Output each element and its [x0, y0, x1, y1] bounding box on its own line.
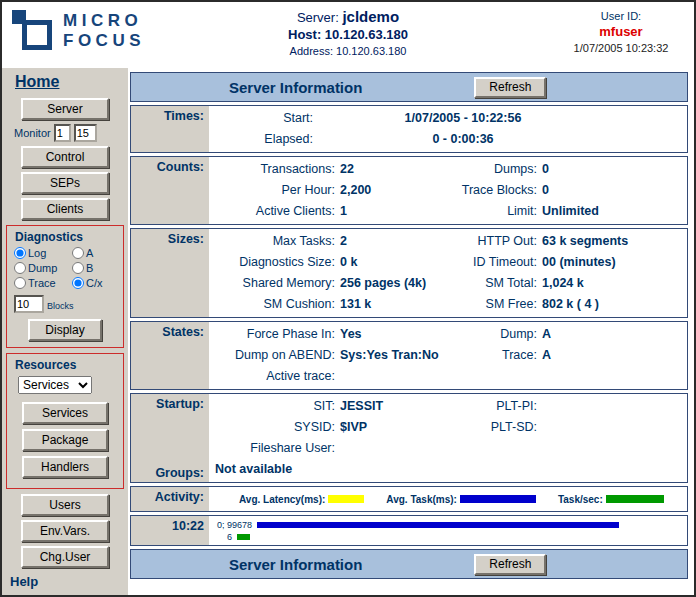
- blocks-input[interactable]: [14, 295, 44, 313]
- refresh-button-bottom[interactable]: Refresh: [474, 554, 546, 575]
- field-value: 256 pages (4k): [335, 273, 445, 294]
- field-value: 00 (minutes): [537, 252, 687, 273]
- field-value: 131 k: [335, 294, 445, 315]
- seps-button[interactable]: SEPs: [21, 172, 109, 194]
- cx-radio-option[interactable]: C/x: [72, 277, 118, 289]
- dump-radio-option[interactable]: Dump: [14, 262, 72, 274]
- startup-section-label: Startup:: [156, 397, 204, 411]
- trace-radio-option[interactable]: Trace: [14, 277, 72, 289]
- field-value: $IVP: [335, 417, 445, 438]
- field-value: 2,200: [335, 180, 445, 201]
- resources-select[interactable]: Services: [18, 376, 92, 394]
- a-radio[interactable]: [72, 247, 84, 259]
- log-radio-option[interactable]: Log: [14, 247, 72, 259]
- data-row: SIT: JESSIT PLT-PI:: [209, 396, 687, 417]
- field-value: 0: [537, 180, 687, 201]
- user-info: User ID: mfuser 1/07/2005 10:23:32: [556, 10, 686, 54]
- field-value: 63 k segments: [537, 231, 687, 252]
- graph-time-label: 10:22: [131, 516, 209, 545]
- field-value: 0 k: [335, 252, 445, 273]
- field-label: Fileshare User:: [209, 438, 335, 459]
- logo-text: MICRO FOCUS: [63, 10, 145, 51]
- field-value: 2: [335, 231, 445, 252]
- clients-button[interactable]: Clients: [21, 198, 109, 220]
- task-per-sec-bar: [237, 534, 250, 540]
- field-label: Dump:: [445, 324, 537, 345]
- handlers-button[interactable]: Handlers: [22, 456, 108, 478]
- b-radio-option[interactable]: B: [72, 262, 118, 274]
- field-value: [537, 417, 687, 438]
- chg-user-button[interactable]: Chg.User: [21, 546, 109, 568]
- micro-focus-logo: MICRO FOCUS: [12, 10, 182, 52]
- task-sec-bar-swatch: [606, 495, 664, 503]
- server-identity: Server: jcldemo Host: 10.120.63.180 Addr…: [218, 8, 478, 57]
- field-label: Max Tasks:: [209, 231, 335, 252]
- env-vars-button[interactable]: Env.Vars.: [21, 520, 109, 542]
- host-line: Host: 10.120.63.180: [218, 27, 478, 42]
- diagnostics-panel: Diagnostics Log A Dump: [6, 225, 124, 348]
- package-button[interactable]: Package: [22, 429, 108, 451]
- field-value: Sys:Yes Tran:No: [335, 345, 445, 366]
- field-label: ID Timeout:: [445, 252, 537, 273]
- avg-task-bar-swatch: [460, 495, 536, 503]
- field-label: Shared Memory:: [209, 273, 335, 294]
- diagnostics-title: Diagnostics: [15, 230, 118, 244]
- data-row: Start: 1/07/2005 - 10:22:56: [209, 108, 687, 129]
- users-button[interactable]: Users: [21, 494, 109, 516]
- monitor-value1-input[interactable]: [54, 124, 71, 142]
- control-button[interactable]: Control: [21, 146, 109, 168]
- refresh-button-top[interactable]: Refresh: [474, 77, 546, 98]
- field-label: Diagnostics Size:: [209, 252, 335, 273]
- mf-server-admin-page: MICRO FOCUS Server: jcldemo Host: 10.120…: [0, 0, 696, 597]
- display-button[interactable]: Display: [28, 319, 102, 341]
- field-label: [445, 438, 537, 459]
- b-radio[interactable]: [72, 262, 84, 274]
- monitor-label: Monitor: [14, 127, 51, 139]
- graph-line-task-sec: 6: [217, 531, 687, 543]
- field-value: Yes: [335, 324, 445, 345]
- field-label: SIT:: [209, 396, 335, 417]
- data-row: Not available: [209, 459, 687, 480]
- activity-section-label: Activity:: [131, 487, 209, 511]
- sizes-section: Sizes: Max Tasks: 2 HTTP Out: 63 k segme…: [130, 228, 688, 318]
- graph-values-text: 6: [227, 531, 232, 543]
- monitor-value2-input[interactable]: [74, 124, 97, 142]
- help-label: Help: [10, 574, 128, 589]
- data-row: Active trace:: [209, 366, 687, 387]
- a-radio-option[interactable]: A: [72, 247, 118, 259]
- main-content: Server Information Refresh Times: Start:…: [128, 68, 694, 595]
- data-row: SYSID: $IVP PLT-SD:: [209, 417, 687, 438]
- task-sec-legend-label: Task/sec:: [558, 494, 603, 505]
- field-label: HTTP Out:: [445, 231, 537, 252]
- field-value: [335, 366, 445, 387]
- data-row: Per Hour: 2,200 Trace Blocks: 0: [209, 180, 687, 201]
- field-value: [537, 366, 687, 387]
- field-value: 1/07/2005 - 10:22:56: [313, 108, 613, 129]
- field-label: SYSID:: [209, 417, 335, 438]
- cx-radio[interactable]: [72, 277, 84, 289]
- trace-radio[interactable]: [14, 277, 26, 289]
- services-button[interactable]: Services: [22, 402, 108, 424]
- times-section-label: Times:: [131, 106, 209, 152]
- data-row: Transactions: 22 Dumps: 0: [209, 159, 687, 180]
- server-button[interactable]: Server: [21, 98, 109, 120]
- dump-radio[interactable]: [14, 262, 26, 274]
- field-value: 1,024 k: [537, 273, 687, 294]
- server-info-bottom-bar: Server Information Refresh: [130, 549, 688, 579]
- server-name-line: Server: jcldemo: [218, 8, 478, 25]
- sidebar: Home Server Monitor Control SEPs Clients…: [2, 68, 128, 595]
- log-radio[interactable]: [14, 247, 26, 259]
- menu-link[interactable]: Menu: [10, 593, 40, 595]
- field-label: SM Free:: [445, 294, 537, 315]
- server-info-top-bar: Server Information Refresh: [130, 72, 688, 102]
- section-title: Server Information: [229, 556, 362, 573]
- groups-value: Not available: [209, 459, 292, 480]
- field-value: A: [537, 324, 687, 345]
- field-value: JESSIT: [335, 396, 445, 417]
- data-row: Active Clients: 1 Limit: Unlimited: [209, 201, 687, 222]
- startup-section: Startup: Groups: SIT: JESSIT PLT-PI: SYS…: [130, 393, 688, 483]
- header: MICRO FOCUS Server: jcldemo Host: 10.120…: [2, 2, 694, 68]
- field-value: Unlimited: [537, 201, 687, 222]
- home-link[interactable]: Home: [15, 73, 59, 91]
- activity-section: Activity: Avg. Latency(ms): Avg. Task(ms…: [130, 486, 688, 512]
